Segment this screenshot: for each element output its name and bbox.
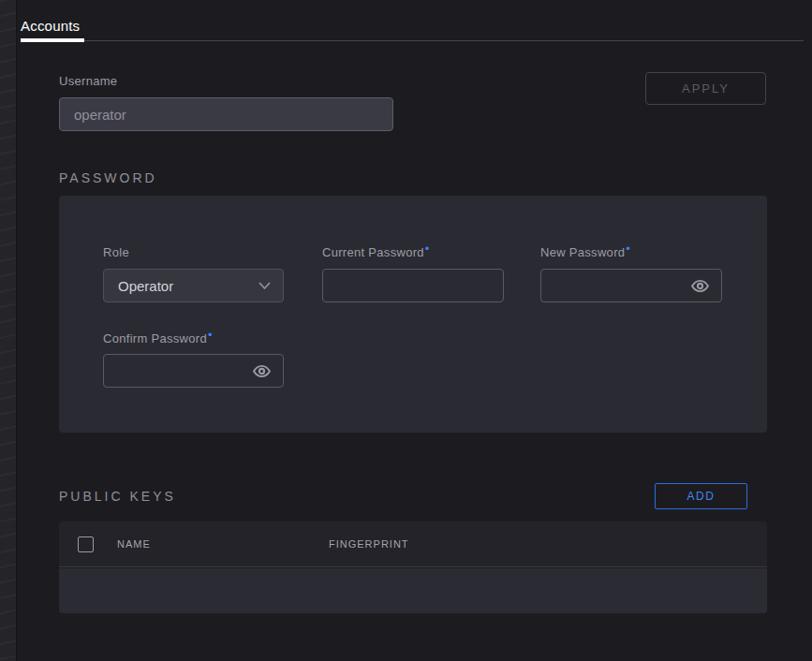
role-selected-value: Operator xyxy=(118,278,173,294)
toggle-visibility-button[interactable] xyxy=(690,279,721,293)
required-marker: • xyxy=(425,242,430,256)
username-input[interactable] xyxy=(59,97,393,131)
required-marker: • xyxy=(626,242,630,256)
new-password-label: New Password• xyxy=(540,245,630,259)
column-header-fingerprint: FINGERPRINT xyxy=(329,538,409,550)
current-password-label: Current Password• xyxy=(322,245,430,259)
password-card: Role Operator Current Password• New Pass… xyxy=(59,196,767,433)
password-section-heading: PASSWORD xyxy=(59,170,157,185)
add-public-key-button[interactable]: ADD xyxy=(655,483,747,509)
confirm-password-field xyxy=(103,354,284,388)
tab-accounts[interactable]: Accounts xyxy=(21,18,80,34)
public-keys-table-header: NAME FINGERPRINT xyxy=(59,521,767,567)
toggle-visibility-button[interactable] xyxy=(252,364,283,378)
column-header-name: NAME xyxy=(117,538,151,550)
confirm-password-label: Confirm Password• xyxy=(103,331,213,345)
current-password-field xyxy=(322,269,504,302)
public-keys-section-heading: PUBLIC KEYS xyxy=(59,489,176,504)
eye-icon xyxy=(252,364,272,378)
role-select[interactable]: Operator xyxy=(103,269,284,302)
active-tab-indicator xyxy=(21,38,84,42)
current-password-input[interactable] xyxy=(323,270,503,301)
new-password-input[interactable] xyxy=(541,270,690,301)
select-all-checkbox[interactable] xyxy=(78,536,94,552)
confirm-password-input[interactable] xyxy=(104,355,252,387)
public-keys-table-empty-body xyxy=(59,568,767,613)
tab-bar-divider xyxy=(21,40,804,41)
apply-button[interactable]: APPLY xyxy=(645,72,766,105)
required-marker: • xyxy=(208,328,213,342)
chevron-down-icon xyxy=(258,282,271,290)
role-label: Role xyxy=(103,245,129,259)
eye-icon xyxy=(690,279,710,293)
left-edge-panel xyxy=(0,0,17,661)
username-label: Username xyxy=(59,74,117,88)
new-password-field xyxy=(540,269,722,302)
accounts-settings-page: Accounts Username APPLY PASSWORD Role Op… xyxy=(0,0,812,661)
